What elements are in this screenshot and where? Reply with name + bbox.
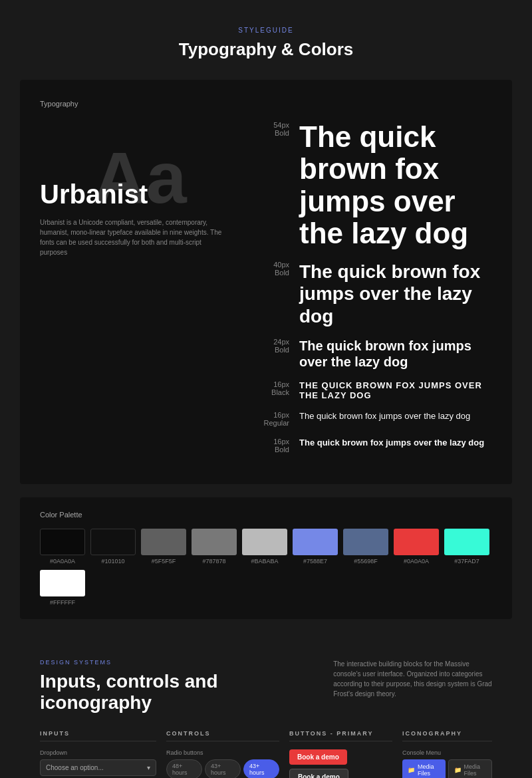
page-title: Typography & Colors — [13, 39, 519, 60]
design-systems-description: The interactive building blocks for the … — [333, 659, 492, 699]
typo-row-16bold: 16px Bold The quick brown fox jumps over… — [239, 438, 492, 459]
dropdown-placeholder: Choose an option... — [46, 764, 104, 771]
styleguide-label: STYLEGUIDE — [13, 27, 519, 34]
inputs-header: INPUTS — [40, 730, 156, 741]
book-demo-button-2[interactable]: Book a demo — [289, 769, 348, 778]
controls-column: CONTROLS Radio buttons 48+ hours 43+ hou… — [166, 730, 279, 778]
iconography-header: ICONOGRAPHY — [402, 730, 492, 741]
inputs-column: INPUTS Dropdown Choose an option... ▾ In… — [40, 730, 156, 778]
folder-icon: 📁 — [454, 767, 462, 773]
typography-section: Typography Aa Urbanist Urbanist is a Uni… — [20, 80, 512, 484]
radio-pill-1[interactable]: 48+ hours — [166, 759, 202, 778]
typography-left: Aa Urbanist Urbanist is a Unicode compli… — [40, 121, 226, 464]
swatch-9: #FFFFFF — [40, 570, 85, 606]
design-systems-label: DESIGN SYSTEMS — [40, 659, 333, 666]
swatch-2: #5F5F5F — [141, 529, 186, 565]
swatch-1: #101010 — [90, 529, 136, 565]
buttons-column: Buttons - Primary Book a demo Book a dem… — [289, 730, 392, 778]
specimen-word: Urbanist — [40, 181, 148, 207]
typography-label: Typography — [40, 100, 492, 108]
media-files-inactive[interactable]: 📁 Media Files — [448, 759, 493, 778]
swatch-4: #BABABA — [242, 529, 287, 565]
swatch-3: #787878 — [192, 529, 237, 565]
swatch-8: #37FAD7 — [444, 529, 489, 565]
page-header: STYLEGUIDE Typography & Colors — [0, 0, 532, 80]
typography-description: Urbanist is a Unicode compliant, versati… — [40, 217, 226, 257]
swatch-6: #55698F — [343, 529, 388, 565]
console-menu-group: Console Menu 📁 Media Files 📁 Media Files — [402, 749, 492, 778]
typo-row-40: 40px Bold The quick brown fox jumps over… — [239, 261, 492, 333]
dropdown-label: Dropdown — [40, 749, 156, 756]
radio-buttons-group: Radio buttons 48+ hours 43+ hours 43+ ho… — [166, 749, 279, 778]
book-demo-button-1[interactable]: Book a demo — [289, 749, 347, 765]
folder-icon: 📁 — [408, 767, 415, 773]
swatch-7: #0A0A0A — [394, 529, 439, 565]
dropdown-group: Dropdown Choose an option... ▾ — [40, 749, 156, 776]
typo-row-24: 24px Bold The quick brown fox jumps over… — [239, 338, 492, 375]
radio-buttons-label: Radio buttons — [166, 749, 279, 756]
swatch-5: #7588E7 — [293, 529, 338, 565]
controls-header: CONTROLS — [166, 730, 279, 741]
buttons-header: Buttons - Primary — [289, 730, 392, 741]
colors-label: Color Palette — [40, 511, 492, 519]
radio-pill-2[interactable]: 43+ hours — [205, 759, 241, 778]
color-palette-section: Color Palette #0A0A0A #101010 #5F5F5F #7… — [20, 497, 512, 619]
dropdown-input[interactable]: Choose an option... ▾ — [40, 759, 156, 776]
typo-row-16black: 16px Black THE QUICK BROWN FOX JUMPS OVE… — [239, 380, 492, 406]
design-systems-section: DESIGN SYSTEMS Inputs, controls and icon… — [20, 646, 512, 778]
iconography-column: ICONOGRAPHY Console Menu 📁 Media Files 📁… — [402, 730, 492, 778]
console-menu-label: Console Menu — [402, 749, 492, 756]
chevron-down-icon: ▾ — [147, 764, 150, 771]
media-files-active[interactable]: 📁 Media Files — [402, 759, 446, 778]
primary-buttons-group: Book a demo Book a demo — [289, 749, 392, 778]
typography-specimen: Aa Urbanist — [40, 121, 226, 207]
design-systems-title: Inputs, controls and iconography — [40, 671, 333, 713]
swatch-0: #0A0A0A — [40, 529, 85, 565]
color-swatches: #0A0A0A #101010 #5F5F5F #787878 #BABABA … — [40, 529, 492, 606]
radio-pill-3[interactable]: 43+ hours — [243, 759, 279, 778]
typo-row-54: 54px Bold The quick brown fox jumps over… — [239, 121, 492, 255]
typo-row-16reg: 16px Regular The quick brown fox jumps o… — [239, 411, 492, 432]
typography-right: 54px Bold The quick brown fox jumps over… — [239, 121, 492, 464]
